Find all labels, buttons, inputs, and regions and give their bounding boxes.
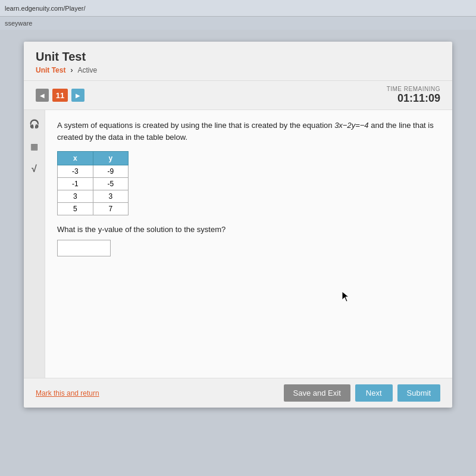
table-cell: -5 <box>93 178 129 190</box>
toolbar-left: ◀ 11 ▶ <box>36 89 84 102</box>
breadcrumb-link[interactable]: Unit Test <box>36 66 65 74</box>
submit-button[interactable]: Submit <box>397 384 440 402</box>
table-cell: 3 <box>93 190 129 203</box>
save-exit-button[interactable]: Save and Exit <box>284 384 350 402</box>
footer-buttons: Save and Exit Next Submit <box>284 384 440 402</box>
tab-label: sseyware <box>5 20 32 27</box>
main-window: Unit Test Unit Test › Active ◀ 11 ▶ TIME… <box>24 42 452 408</box>
formula-icon[interactable]: √ <box>27 161 42 177</box>
prev-button[interactable]: ◀ <box>36 89 49 102</box>
table-header-x: x <box>58 152 93 165</box>
question-text-part1: A system of equations is created by usin… <box>57 121 334 130</box>
footer-bar: Mark this and return Save and Exit Next … <box>24 378 452 408</box>
data-table: x y -3 -9 -1 -5 <box>57 151 129 215</box>
question-number-badge: 11 <box>52 89 68 102</box>
table-header-y: y <box>93 152 129 165</box>
answer-input[interactable] <box>57 240 111 256</box>
breadcrumb-separator: › <box>70 66 73 74</box>
browser-bar: learn.edgenuity.com/Player/ <box>0 0 476 17</box>
time-value: 01:11:09 <box>387 92 440 105</box>
breadcrumb: Unit Test › Active <box>36 66 440 74</box>
table-cell: 5 <box>58 203 93 215</box>
breadcrumb-status: Active <box>77 66 97 74</box>
content-area: 🎧 ▦ √ A system of equations is created b… <box>24 110 452 378</box>
question-body: A system of equations is created by usin… <box>45 110 452 378</box>
question-equation: 3x−2y=−4 <box>334 121 368 130</box>
question-text: A system of equations is created by usin… <box>57 120 440 143</box>
tab-bar: sseyware <box>0 17 476 30</box>
window-header: Unit Test Unit Test › Active <box>24 42 452 81</box>
page-title: Unit Test <box>36 50 440 64</box>
time-label: TIME REMAINING <box>387 86 440 92</box>
table-cell: 3 <box>58 190 93 203</box>
table-cell: -1 <box>58 178 93 190</box>
table-row: 3 3 <box>58 190 129 203</box>
next-nav-button[interactable]: ▶ <box>71 89 84 102</box>
sidebar: 🎧 ▦ √ <box>24 110 45 378</box>
table-cell: 7 <box>93 203 129 215</box>
next-button[interactable]: Next <box>355 384 393 402</box>
calculator-icon[interactable]: ▦ <box>27 139 42 154</box>
mark-return-link[interactable]: Mark this and return <box>36 389 99 397</box>
table-cell: -9 <box>93 165 129 178</box>
headphones-icon[interactable]: 🎧 <box>27 116 42 131</box>
sub-question: What is the y-value of the solution to t… <box>57 225 440 234</box>
time-display: TIME REMAINING 01:11:09 <box>387 86 440 105</box>
main-wrapper: Unit Test Unit Test › Active ◀ 11 ▶ TIME… <box>0 30 476 476</box>
browser-url: learn.edgenuity.com/Player/ <box>5 5 86 12</box>
table-row: 5 7 <box>58 203 129 215</box>
toolbar: ◀ 11 ▶ TIME REMAINING 01:11:09 <box>24 81 452 110</box>
table-row: -3 -9 <box>58 165 129 178</box>
table-row: -1 -5 <box>58 178 129 190</box>
table-cell: -3 <box>58 165 93 178</box>
